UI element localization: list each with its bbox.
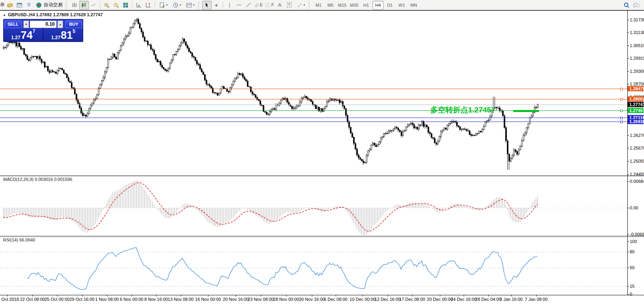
timeframe-M15[interactable]: M15 <box>337 1 348 10</box>
volume-increase-button[interactable]: ▲ <box>57 21 63 28</box>
templates-button[interactable]: ▾ <box>183 1 197 10</box>
line-drag-handle[interactable] <box>620 121 622 123</box>
autotrading-button[interactable]: 自动交易 <box>34 1 65 10</box>
vertical-line-tool[interactable] <box>225 1 234 10</box>
svg-text:1.28700: 1.28700 <box>630 82 644 86</box>
tile-windows-icon <box>122 2 129 8</box>
signals-button[interactable] <box>24 1 34 10</box>
order-tag-icon <box>7 2 13 8</box>
timeframe-H1[interactable]: H1 <box>361 1 372 10</box>
svg-text:12 Dec 16:00: 12 Dec 16:00 <box>375 297 400 302</box>
timeframe-W1[interactable]: W1 <box>396 1 407 10</box>
svg-text:5 Dec 08:00: 5 Dec 08:00 <box>324 297 347 302</box>
ohlc-bars-icon <box>71 2 78 8</box>
toolbar-grip[interactable] <box>66 2 69 9</box>
toolbar-grip[interactable] <box>309 2 311 9</box>
fibonacci-icon <box>265 2 271 8</box>
trade-panel-top-row: SELL ▼ ▲ BUY <box>4 19 83 28</box>
line-drag-handle[interactable] <box>620 88 622 90</box>
chart-shift-button[interactable] <box>143 1 153 10</box>
search-icon <box>623 2 630 9</box>
zoom-in-button[interactable] <box>102 1 111 10</box>
toolbar-separator <box>155 2 155 9</box>
autotrading-icon <box>36 2 42 8</box>
equidistant-channel-tool[interactable]: E <box>253 1 264 10</box>
chat-icon <box>633 2 640 8</box>
search-button[interactable] <box>622 1 631 10</box>
svg-text:1.26270: 1.26270 <box>630 133 644 138</box>
line-drag-handle[interactable] <box>620 117 622 119</box>
trade-panel-price-row: 1.27 74 7 1.27 81 5 <box>4 28 83 42</box>
volume-input[interactable] <box>30 21 57 28</box>
sell-button[interactable]: SELL <box>4 21 22 28</box>
new-chart-button[interactable] <box>15 1 24 10</box>
indicators-button[interactable]: ▾ <box>157 1 170 10</box>
crosshair-button[interactable]: + <box>212 1 221 10</box>
timeframe-M5[interactable]: M5 <box>325 1 336 10</box>
timeframe-M30[interactable]: M30 <box>349 1 360 10</box>
sell-price-sup: 7 <box>32 28 35 34</box>
volume-decrease-button[interactable]: ▼ <box>23 21 29 28</box>
bar-chart-button[interactable] <box>70 1 79 10</box>
buy-price-sup: 5 <box>73 28 75 34</box>
timeframe-MN[interactable]: MN <box>408 1 419 10</box>
line-drag-handle[interactable] <box>620 110 622 112</box>
tile-windows-button[interactable] <box>121 1 130 10</box>
svg-text:29 Oct 16:00: 29 Oct 16:00 <box>70 297 95 302</box>
svg-text:24 Dec 16:00: 24 Dec 16:00 <box>451 297 476 302</box>
line-chart-button[interactable] <box>89 1 98 10</box>
trendline-tool[interactable] <box>244 1 253 10</box>
text-label-tool[interactable]: T <box>285 1 294 10</box>
candlestick-chart-button[interactable] <box>79 1 89 10</box>
sell-price-prefix: 1.27 <box>11 35 20 40</box>
arrows-icon <box>296 2 303 8</box>
new-order-button-clipped[interactable]: 单 <box>0 1 5 10</box>
buy-price[interactable]: 1.27 81 5 <box>44 28 83 42</box>
fibonacci-tool[interactable]: F <box>264 1 275 10</box>
dropdown-arrow-icon: ▾ <box>166 3 168 7</box>
cursor-button[interactable] <box>202 1 212 10</box>
timeframe-M1[interactable]: M1 <box>313 1 324 10</box>
svg-text:20 Nov 16:00: 20 Nov 16:00 <box>223 297 248 302</box>
periods-button[interactable]: ▾ <box>170 1 183 10</box>
svg-text:1.27747: 1.27747 <box>629 102 644 107</box>
toolbar-grip[interactable] <box>198 2 201 9</box>
sell-price[interactable]: 1.27 74 7 <box>4 28 43 42</box>
dropdown-arrow-icon: ▾ <box>180 3 181 7</box>
auto-scroll-button[interactable] <box>134 1 143 10</box>
line-drag-handle[interactable] <box>620 98 622 100</box>
zoom-out-button[interactable] <box>111 1 121 10</box>
annotation-highlight-bar[interactable] <box>513 110 539 112</box>
vertical-line-icon <box>229 3 230 8</box>
svg-text:1.29300: 1.29300 <box>630 69 644 74</box>
svg-text:20 Dec 00:00: 20 Dec 00:00 <box>427 297 453 302</box>
chart-canvas[interactable]: 多空转折点1.274571.317301.311301.305151.29915… <box>0 10 644 304</box>
timeframe-D1[interactable]: D1 <box>384 1 396 10</box>
svg-text:16 Nov 00:00: 16 Nov 00:00 <box>195 297 221 302</box>
svg-text:25 Oct 00:00: 25 Oct 00:00 <box>45 297 70 302</box>
new-order-button[interactable] <box>5 1 15 10</box>
template-icon <box>186 2 192 8</box>
chat-button[interactable] <box>631 1 642 10</box>
timeframe-H4[interactable]: H4 <box>373 1 384 10</box>
svg-text:6 Nov 00:00: 6 Nov 00:00 <box>120 297 143 302</box>
buy-button[interactable]: BUY <box>65 21 82 28</box>
one-click-trading-panel: SELL ▼ ▲ BUY 1.27 74 7 1.27 81 5 <box>3 19 83 42</box>
trendline-icon <box>247 3 251 7</box>
indicators-icon <box>159 2 165 8</box>
arrows-tool[interactable]: ▾ <box>294 1 308 10</box>
svg-text:28 Nov 00:00: 28 Nov 00:00 <box>273 297 299 302</box>
svg-text:2 Jan 16:00: 2 Jan 16:00 <box>500 297 523 302</box>
candlestick-icon <box>81 2 87 8</box>
zoom-in-icon <box>103 2 110 8</box>
collapse-icon[interactable]: ▲ <box>3 13 6 17</box>
annotation-text[interactable]: 多空转折点1.27457 <box>430 106 495 114</box>
svg-text:7 Jan 08:00: 7 Jan 08:00 <box>525 297 548 302</box>
chart-window-icon <box>16 2 23 8</box>
svg-text:1.27457: 1.27457 <box>629 108 644 113</box>
text-tool[interactable]: A <box>275 1 285 10</box>
svg-text:28 Dec 04:00: 28 Dec 04:00 <box>475 297 501 302</box>
svg-text:1.26936: 1.26936 <box>629 119 644 124</box>
svg-text:22 Oct 08:00: 22 Oct 08:00 <box>20 297 45 302</box>
horizontal-line-tool[interactable] <box>234 1 244 10</box>
